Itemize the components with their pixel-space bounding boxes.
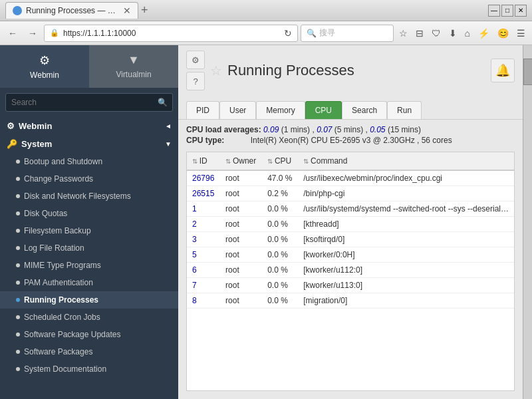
process-id-cell[interactable]: 26515 <box>187 186 220 201</box>
cpu-load-5min: 0.07 <box>317 125 332 134</box>
help-button[interactable]: ? <box>186 72 205 90</box>
browser-search-bar[interactable]: 🔍 搜寻 <box>301 25 394 42</box>
tab-search[interactable]: Search <box>342 101 387 119</box>
sidebar-search-container[interactable]: 🔍 <box>5 93 173 112</box>
cpu-load-row: CPU load averages: 0.09 (1 mins) , 0.07 … <box>186 125 515 134</box>
process-id-cell[interactable]: 6 <box>187 263 220 278</box>
address-bar[interactable]: 🔒 https://1.1.1.1:10000 ↻ <box>44 25 298 42</box>
maximize-button[interactable]: □ <box>501 5 513 17</box>
sidebar-item-running-processes[interactable]: Running Processes <box>0 291 178 309</box>
help-icon: ? <box>193 76 198 86</box>
process-cpu-cell: 47.0 % <box>262 170 298 186</box>
sidebar-item-software-packages[interactable]: Software Packages <box>0 343 178 360</box>
app-container: ⚙ Webmin ▼ Virtualmin 🔍 ⚙ Webmin ◄ 🔑 Sys… <box>0 45 532 399</box>
emoji-icon[interactable]: 😊 <box>495 27 511 40</box>
process-id-link[interactable]: 2 <box>192 219 197 229</box>
sidebar-item-software-updates[interactable]: Software Package Updates <box>0 326 178 343</box>
sidebar-section-system[interactable]: 🔑 System ▼ <box>0 135 178 153</box>
tab-memory[interactable]: Memory <box>256 101 305 119</box>
col-header-command[interactable]: ⇅ Command <box>298 152 514 170</box>
sidebar-search-input[interactable] <box>5 93 173 112</box>
process-id-cell[interactable]: 3 <box>187 232 220 247</box>
cpu-load-1min-suffix: (1 mins) , <box>281 125 315 134</box>
process-owner-cell: root <box>220 201 262 217</box>
sidebar-item-log-rotation[interactable]: Log File Rotation <box>0 239 178 257</box>
item-dot <box>16 350 20 354</box>
sidebar-section-webmin[interactable]: ⚙ Webmin ◄ <box>0 117 178 135</box>
shield-icon[interactable]: 🛡 <box>429 27 444 40</box>
download-icon[interactable]: ⬇ <box>446 27 460 40</box>
col-owner-label: Owner <box>233 156 256 166</box>
process-id-cell[interactable]: 26796 <box>187 170 220 186</box>
page-title: Running Processes <box>227 62 354 79</box>
new-tab-button[interactable]: + <box>141 3 148 17</box>
tab-cpu[interactable]: CPU <box>305 101 342 119</box>
star-icon[interactable]: ☆ <box>396 27 410 40</box>
sidebar-item-label: Log File Rotation <box>24 243 84 253</box>
tab-user[interactable]: User <box>219 101 256 119</box>
sidebar-item-bootup[interactable]: Bootup and Shutdown <box>0 153 178 170</box>
process-id-cell[interactable]: 1 <box>187 201 220 217</box>
notification-bell-button[interactable]: 🔔 <box>491 59 515 82</box>
process-cpu-cell: 0.0 % <box>262 278 298 293</box>
home-icon[interactable]: ⌂ <box>462 27 473 40</box>
sidebar: ⚙ Webmin ▼ Virtualmin 🔍 ⚙ Webmin ◄ 🔑 Sys… <box>0 45 178 399</box>
process-command-cell: [migration/0] <box>298 293 514 309</box>
back-button[interactable]: ← <box>4 25 21 42</box>
extension-icon[interactable]: ⚡ <box>475 27 492 40</box>
process-id-link[interactable]: 6 <box>192 265 197 275</box>
sidebar-item-label: Change Passwords <box>24 174 93 184</box>
col-header-cpu[interactable]: ⇅ CPU <box>262 152 298 170</box>
sidebar-item-change-passwords[interactable]: Change Passwords <box>0 170 178 188</box>
sidebar-item-disk-network[interactable]: Disk and Network Filesystems <box>0 188 178 205</box>
sidebar-item-system-docs[interactable]: System Documentation <box>0 360 178 378</box>
process-id-link[interactable]: 26515 <box>192 189 214 198</box>
sidebar-item-label: Disk and Network Filesystems <box>24 192 131 201</box>
process-id-link[interactable]: 26796 <box>192 174 214 183</box>
toolbar-icons: ☆ ⊟ 🛡 ⬇ ⌂ ⚡ 😊 ☰ <box>396 27 528 40</box>
scrollbar-thumb[interactable] <box>523 59 532 85</box>
gear-button[interactable]: ⚙ <box>186 51 205 69</box>
process-cpu-cell: 0.0 % <box>262 232 298 247</box>
search-placeholder: 搜寻 <box>319 27 335 39</box>
process-id-cell[interactable]: 7 <box>187 278 220 293</box>
sidebar-item-filesystem-backup[interactable]: Filesystem Backup <box>0 222 178 239</box>
item-dot <box>16 281 20 285</box>
content-area: ⚙ ? ☆ Running Processes 🔔 PID User Memor… <box>178 45 523 399</box>
process-id-cell[interactable]: 5 <box>187 247 220 263</box>
tab-run[interactable]: Run <box>387 101 422 119</box>
close-button[interactable]: ✕ <box>515 5 527 17</box>
col-header-owner[interactable]: ⇅ Owner <box>220 152 262 170</box>
cpu-type-row: CPU type: Intel(R) Xeon(R) CPU E5-2695 v… <box>186 136 515 145</box>
item-dot <box>16 177 20 181</box>
forward-button[interactable]: → <box>24 25 41 42</box>
process-id-cell[interactable]: 2 <box>187 217 220 232</box>
webmin-tab-label: Webmin <box>30 70 59 80</box>
process-id-link[interactable]: 8 <box>192 296 197 305</box>
tab-pid[interactable]: PID <box>186 101 219 119</box>
close-tab-button[interactable]: ✕ <box>123 5 131 16</box>
refresh-button[interactable]: ↻ <box>284 28 292 39</box>
process-id-link[interactable]: 3 <box>192 235 197 244</box>
process-cpu-cell: 0.0 % <box>262 293 298 309</box>
process-id-link[interactable]: 5 <box>192 250 197 259</box>
sidebar-item-pam[interactable]: PAM Authentication <box>0 274 178 291</box>
item-dot <box>16 315 20 319</box>
scrollbar[interactable] <box>523 45 532 399</box>
bookmark-icon[interactable]: ⊟ <box>413 27 426 40</box>
favorite-star-icon[interactable]: ☆ <box>210 63 222 78</box>
sidebar-item-disk-quotas[interactable]: Disk Quotas <box>0 205 178 222</box>
table-row: 1root0.0 %/usr/lib/systemd/systemd --swi… <box>187 201 514 217</box>
process-id-link[interactable]: 1 <box>192 204 197 213</box>
process-id-link[interactable]: 7 <box>192 281 197 290</box>
sidebar-item-mime-type[interactable]: MIME Type Programs <box>0 257 178 274</box>
browser-tab[interactable]: Running Processes — Webmi··· ✕ <box>5 2 138 19</box>
sidebar-tab-webmin[interactable]: ⚙ Webmin <box>0 45 89 88</box>
process-id-cell[interactable]: 8 <box>187 293 220 309</box>
sidebar-tab-virtualmin[interactable]: ▼ Virtualmin <box>89 45 178 88</box>
minimize-button[interactable]: — <box>488 5 500 17</box>
menu-icon[interactable]: ☰ <box>514 27 528 40</box>
sidebar-item-cron-jobs[interactable]: Scheduled Cron Jobs <box>0 309 178 326</box>
col-header-id[interactable]: ⇅ ID <box>187 152 220 170</box>
item-dot <box>16 246 20 250</box>
